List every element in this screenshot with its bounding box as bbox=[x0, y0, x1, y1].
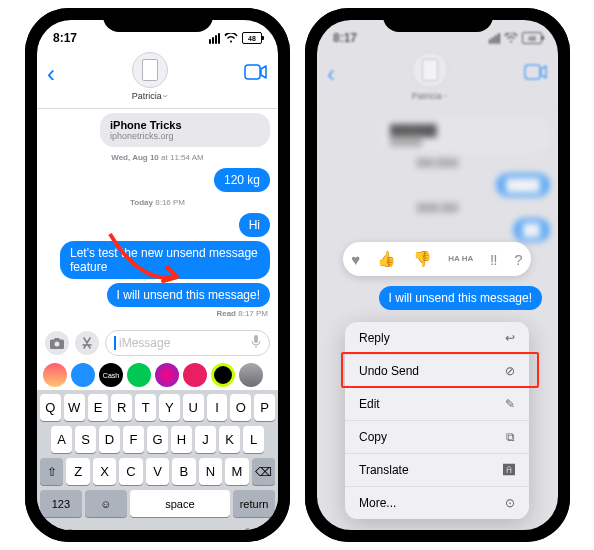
svg-rect-3 bbox=[245, 529, 251, 530]
tapback-bar[interactable]: ♥ 👍 👎 HA HA ‼ ? bbox=[343, 242, 531, 276]
reply-icon: ↩ bbox=[505, 331, 515, 345]
key[interactable]: T bbox=[135, 394, 156, 421]
tapback-heart-icon[interactable]: ♥ bbox=[351, 251, 360, 268]
key[interactable]: L bbox=[243, 426, 264, 453]
shift-key[interactable]: ⇧ bbox=[40, 458, 63, 485]
contact-name: Patricia bbox=[412, 90, 448, 102]
link-preview[interactable]: iPhone Tricks iphonetricks.org bbox=[100, 113, 270, 147]
key[interactable]: N bbox=[199, 458, 222, 485]
tapback-question-icon[interactable]: ? bbox=[514, 251, 522, 268]
key[interactable]: P bbox=[254, 394, 275, 421]
key[interactable]: X bbox=[93, 458, 116, 485]
tapback-thumbsdown-icon[interactable]: 👎 bbox=[413, 250, 432, 268]
svg-rect-1 bbox=[254, 335, 258, 343]
battery-icon: 48 bbox=[242, 32, 262, 44]
tapback-thumbsup-icon[interactable]: 👍 bbox=[377, 250, 396, 268]
key[interactable]: W bbox=[64, 394, 85, 421]
avatar bbox=[412, 52, 448, 88]
svg-rect-4 bbox=[525, 65, 540, 79]
message-sent[interactable]: I will unsend this message! bbox=[107, 283, 270, 307]
battery-icon: 48 bbox=[522, 32, 542, 44]
app-memoji-icon[interactable] bbox=[155, 363, 179, 387]
app-strip[interactable]: Cash bbox=[37, 360, 278, 390]
key[interactable]: Z bbox=[66, 458, 89, 485]
menu-label: Undo Send bbox=[359, 364, 419, 378]
app-more-icon[interactable] bbox=[239, 363, 263, 387]
back-button[interactable]: ‹ bbox=[327, 56, 335, 88]
text-cursor bbox=[114, 336, 116, 350]
key[interactable]: G bbox=[147, 426, 168, 453]
backspace-key[interactable]: ⌫ bbox=[252, 458, 275, 485]
key[interactable]: J bbox=[195, 426, 216, 453]
numbers-key[interactable]: 123 bbox=[40, 490, 82, 517]
key[interactable]: F bbox=[123, 426, 144, 453]
return-key[interactable]: return bbox=[233, 490, 275, 517]
selected-message[interactable]: I will unsend this message! bbox=[379, 286, 542, 310]
menu-translate[interactable]: Translate🅰 bbox=[345, 454, 529, 487]
message-sent[interactable]: 120 kg bbox=[214, 168, 270, 192]
keyboard[interactable]: QWERTYUIOP ASDFGHJKL ⇧ZXCVBNM⌫ 123☺space… bbox=[37, 390, 278, 530]
menu-label: Copy bbox=[359, 430, 387, 444]
app-fitness-icon[interactable] bbox=[211, 363, 235, 387]
key[interactable]: I bbox=[207, 394, 228, 421]
link-title: iPhone Tricks bbox=[110, 119, 260, 131]
space-key[interactable]: space bbox=[130, 490, 230, 517]
key[interactable]: H bbox=[171, 426, 192, 453]
signal-icon bbox=[209, 33, 220, 44]
key[interactable]: K bbox=[219, 426, 240, 453]
undo-icon: ⊘ bbox=[505, 364, 515, 378]
key[interactable]: M bbox=[225, 458, 248, 485]
facetime-button[interactable] bbox=[524, 56, 548, 84]
menu-label: Translate bbox=[359, 463, 409, 477]
appstore-button[interactable] bbox=[75, 331, 99, 355]
nav-bar: ‹ Patricia bbox=[37, 56, 278, 109]
key[interactable]: V bbox=[146, 458, 169, 485]
menu-label: More... bbox=[359, 496, 396, 510]
tapback-haha-icon[interactable]: HA HA bbox=[448, 255, 473, 262]
blurred-background: ███████████ ███ ████ ████ ████ ███ ██ bbox=[317, 114, 558, 250]
app-appstore-icon[interactable] bbox=[71, 363, 95, 387]
message-sent[interactable]: Hi bbox=[239, 213, 270, 237]
key[interactable]: E bbox=[88, 394, 109, 421]
globe-key[interactable] bbox=[60, 528, 80, 530]
key[interactable]: Y bbox=[159, 394, 180, 421]
app-music-icon[interactable] bbox=[183, 363, 207, 387]
more-icon: ⊙ bbox=[505, 496, 515, 510]
key[interactable]: R bbox=[111, 394, 132, 421]
key[interactable]: D bbox=[99, 426, 120, 453]
avatar bbox=[132, 52, 168, 88]
app-cash-icon[interactable]: Cash bbox=[99, 363, 123, 387]
message-sent[interactable]: Let's test the new unsend message featur… bbox=[60, 241, 270, 279]
key[interactable]: Q bbox=[40, 394, 61, 421]
translate-icon: 🅰 bbox=[503, 463, 515, 477]
menu-reply[interactable]: Reply↩ bbox=[345, 322, 529, 355]
app-photos-icon[interactable] bbox=[43, 363, 67, 387]
dictation-icon[interactable] bbox=[251, 335, 261, 352]
link-url: iphonetricks.org bbox=[110, 131, 260, 141]
key[interactable]: S bbox=[75, 426, 96, 453]
key[interactable]: U bbox=[183, 394, 204, 421]
contact-header[interactable]: Patricia bbox=[412, 52, 448, 102]
message-input[interactable]: iMessage bbox=[105, 330, 270, 356]
emoji-key[interactable]: ☺ bbox=[85, 490, 127, 517]
key[interactable]: B bbox=[172, 458, 195, 485]
camera-button[interactable] bbox=[45, 331, 69, 355]
contact-name: Patricia bbox=[132, 90, 168, 102]
key[interactable]: O bbox=[230, 394, 251, 421]
menu-copy[interactable]: Copy⧉ bbox=[345, 421, 529, 454]
key[interactable]: A bbox=[51, 426, 72, 453]
menu-more[interactable]: More...⊙ bbox=[345, 487, 529, 519]
back-button[interactable]: ‹ bbox=[47, 56, 55, 88]
menu-edit[interactable]: Edit✎ bbox=[345, 388, 529, 421]
app-audio-icon[interactable] bbox=[127, 363, 151, 387]
mic-key[interactable] bbox=[241, 528, 255, 530]
facetime-button[interactable] bbox=[244, 56, 268, 84]
contact-header[interactable]: Patricia bbox=[132, 52, 168, 102]
read-receipt: Read 8:17 PM bbox=[45, 309, 268, 318]
copy-icon: ⧉ bbox=[506, 430, 515, 444]
menu-undo-send[interactable]: Undo Send⊘ bbox=[345, 355, 529, 388]
menu-label: Edit bbox=[359, 397, 380, 411]
tapback-exclaim-icon[interactable]: ‼ bbox=[490, 251, 498, 268]
status-time: 8:17 bbox=[53, 31, 89, 45]
key[interactable]: C bbox=[119, 458, 142, 485]
